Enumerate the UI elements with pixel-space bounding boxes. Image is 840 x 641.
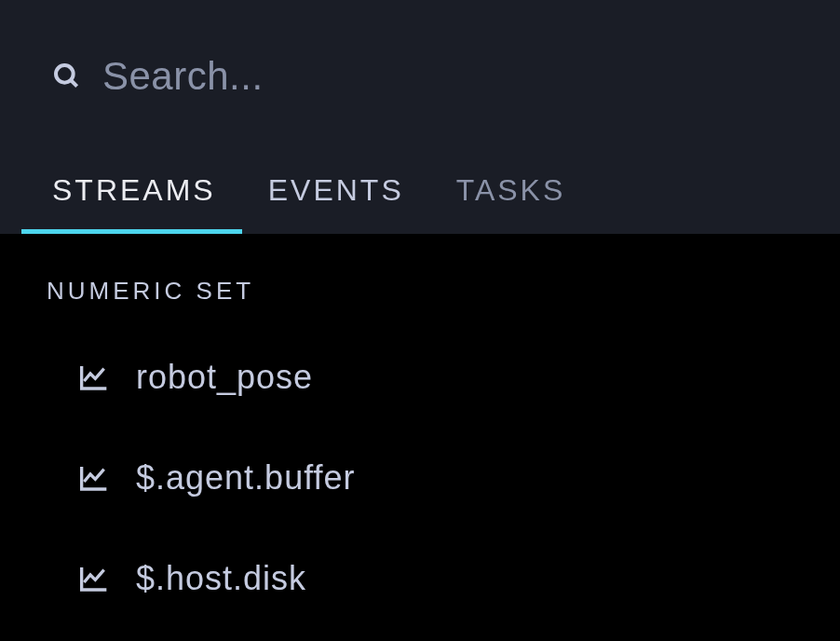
tab-tasks[interactable]: TASKS — [456, 173, 566, 234]
search-icon — [52, 61, 82, 91]
section-header-numeric-set: NUMERIC SET — [47, 277, 840, 306]
chart-line-icon — [78, 463, 110, 493]
svg-point-0 — [56, 65, 74, 83]
tab-streams[interactable]: STREAMS — [52, 173, 216, 234]
tab-events[interactable]: EVENTS — [268, 173, 404, 234]
chart-line-icon — [78, 564, 110, 593]
tabs-container: STREAMS EVENTS TASKS — [52, 173, 788, 234]
stream-item-host-disk[interactable]: $.host.disk — [47, 559, 840, 598]
stream-label: robot_pose — [136, 358, 313, 397]
stream-label: $.agent.buffer — [136, 458, 356, 498]
content-section: NUMERIC SET robot_pose $.agent.buffer — [0, 234, 840, 598]
search-container — [52, 54, 788, 99]
svg-line-1 — [71, 80, 77, 87]
header-section: STREAMS EVENTS TASKS — [0, 0, 840, 234]
search-input[interactable] — [102, 54, 788, 99]
stream-item-agent-buffer[interactable]: $.agent.buffer — [47, 458, 840, 498]
stream-item-robot-pose[interactable]: robot_pose — [47, 358, 840, 397]
stream-label: $.host.disk — [136, 559, 306, 598]
chart-line-icon — [78, 362, 110, 392]
